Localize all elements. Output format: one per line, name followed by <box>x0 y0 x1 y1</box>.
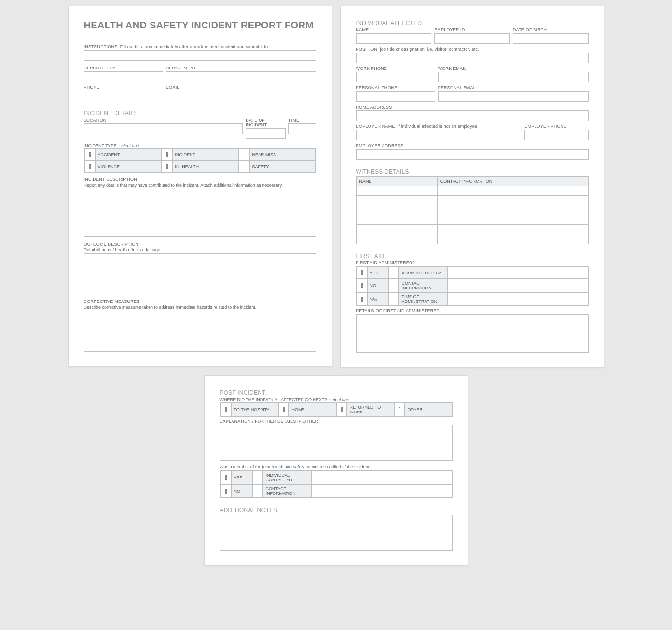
location-input[interactable] <box>84 123 243 134</box>
reported-by-input[interactable] <box>84 71 163 82</box>
witness-contact-cell[interactable] <box>437 186 588 196</box>
email-input[interactable] <box>166 91 316 101</box>
witness-row <box>356 234 588 244</box>
opt-safety: SAFETY <box>249 161 316 173</box>
workphone-input[interactable] <box>356 72 435 82</box>
ind-empid-label: EMPLOYEE ID <box>434 27 510 32</box>
outcome-label: OUTCOME DESCRIPTION <box>84 242 316 247</box>
committee-question: Was a member of the joint health and saf… <box>220 465 453 469</box>
where-hosp-check[interactable] <box>220 403 231 416</box>
fa-details-label: DETAILS OF FIRST AID ADMINISTERED <box>356 308 589 313</box>
witness-contact-cell[interactable] <box>437 196 588 205</box>
witness-name-cell[interactable] <box>356 234 437 244</box>
incident-desc-sub: Report any details that may have contrib… <box>84 183 316 188</box>
fa-na-check[interactable] <box>357 292 367 306</box>
form-title: HEALTH AND SAFETY INCIDENT REPORT FORM <box>84 20 316 31</box>
fa-no: NO <box>367 279 388 292</box>
ind-name-label: NAME <box>356 27 432 32</box>
individual-heading: INDIVIDUAL AFFECTED <box>356 20 589 27</box>
witness-contact-cell[interactable] <box>437 225 588 234</box>
phone-input[interactable] <box>84 91 163 101</box>
where-home: HOME <box>289 403 336 416</box>
persemail-label: PERSONAL EMAIL <box>438 85 589 90</box>
fa-contact-input[interactable] <box>448 279 588 292</box>
witness-name-cell[interactable] <box>356 205 437 215</box>
comm-yes-check[interactable] <box>220 471 231 484</box>
fa-time-input[interactable] <box>448 293 588 305</box>
empaddr-input[interactable] <box>356 149 589 160</box>
empname-input[interactable] <box>356 130 522 140</box>
witness-name-cell[interactable] <box>356 215 437 225</box>
where-other: OTHER <box>405 403 452 416</box>
position-label: POSITION job title or designation, i.e. … <box>356 47 589 52</box>
workemail-input[interactable] <box>438 72 589 82</box>
opt-violence: VIOLENCE <box>95 161 162 173</box>
where-other-check[interactable] <box>394 403 405 416</box>
date-input[interactable] <box>246 128 285 139</box>
incident-desc-label: INCIDENT DESCRIPTION <box>84 177 316 182</box>
post-where-label: WHERE DID THE INDIVIDUAL AFFECTED GO NEX… <box>220 397 327 402</box>
firstaid-grid: YES ADMINISTERED BY NO CONTACT INFORMATI… <box>356 266 589 306</box>
department-input[interactable] <box>166 71 316 82</box>
outcome-textarea[interactable] <box>84 253 316 294</box>
ind-name-input[interactable] <box>356 33 432 44</box>
persemail-input[interactable] <box>438 91 589 102</box>
check-illhealth[interactable] <box>162 161 172 173</box>
check-accident[interactable] <box>84 149 95 161</box>
fa-details-textarea[interactable] <box>356 314 589 353</box>
witness-contact-cell[interactable] <box>437 215 588 225</box>
comm-no-check[interactable] <box>220 484 231 498</box>
outcome-sub: Detail all harm / health effects / damag… <box>84 247 316 252</box>
witness-name-cell[interactable] <box>356 186 437 196</box>
position-input[interactable] <box>356 53 589 63</box>
notes-heading: ADDITIONAL NOTES <box>220 507 453 514</box>
incident-desc-textarea[interactable] <box>84 189 316 237</box>
homeaddr-input[interactable] <box>356 110 589 121</box>
witness-col-contact: CONTACT INFORMATION <box>437 177 588 186</box>
notes-textarea[interactable] <box>220 515 453 551</box>
empphone-input[interactable] <box>524 130 588 140</box>
ind-empid-input[interactable] <box>434 33 510 44</box>
witness-contact-cell[interactable] <box>437 205 588 215</box>
ind-dob-input[interactable] <box>513 33 589 44</box>
time-input[interactable] <box>288 123 316 134</box>
persphone-label: PERSONAL PHONE <box>356 85 435 90</box>
check-violence[interactable] <box>84 161 95 173</box>
witness-contact-cell[interactable] <box>437 234 588 244</box>
page-3: POST INCIDENT WHERE DID THE INDIVIDUAL A… <box>204 375 468 566</box>
comm-individual-label: INDIVIDUAL CONTACTED <box>263 471 311 484</box>
post-where-hint: select one <box>329 397 349 402</box>
firstaid-question: FIRST AID ADMINISTERED? <box>356 260 589 265</box>
fa-yes-check[interactable] <box>357 267 367 279</box>
incident-type-label: INCIDENT TYPE <box>84 143 117 148</box>
page-1: HEALTH AND SAFETY INCIDENT REPORT FORM I… <box>68 6 332 367</box>
fa-adminby-input[interactable] <box>448 267 588 278</box>
check-safety[interactable] <box>239 161 249 173</box>
comm-contact-input[interactable] <box>312 485 452 497</box>
check-nearmiss[interactable] <box>239 149 249 161</box>
corrective-textarea[interactable] <box>84 311 316 352</box>
post-explanation-textarea[interactable] <box>220 425 453 461</box>
fa-no-check[interactable] <box>357 279 367 292</box>
homeaddr-label: HOME ADDRESS <box>356 105 589 110</box>
date-label: DATE OF INCIDENT <box>246 118 285 127</box>
instructions-field[interactable] <box>84 50 316 61</box>
instructions-label: INSTRUCTIONS Fill out this form immediat… <box>84 44 316 49</box>
comm-no: NO <box>231 484 252 498</box>
email-label: EMAIL <box>166 85 316 90</box>
check-incident[interactable] <box>162 149 172 161</box>
comm-individual-input[interactable] <box>312 471 452 484</box>
persphone-input[interactable] <box>356 91 435 102</box>
witness-name-cell[interactable] <box>356 196 437 205</box>
where-hosp: TO THE HOSPITAL <box>231 403 278 416</box>
empname-label: EMPLOYER NAME if individual affected is … <box>356 124 522 129</box>
where-work-check[interactable] <box>336 403 347 416</box>
where-home-check[interactable] <box>278 403 289 416</box>
workemail-label: WORK EMAIL <box>438 66 589 71</box>
witness-table: NAME CONTACT INFORMATION <box>356 176 589 244</box>
witness-row <box>356 196 588 205</box>
witness-name-cell[interactable] <box>356 225 437 234</box>
post-explanation-label: EXPLANATION / FURTHER DETAILS IF OTHER <box>220 419 453 424</box>
witness-col-name: NAME <box>356 177 437 186</box>
post-where-grid: TO THE HOSPITAL HOME RETURNED TO WORK OT… <box>220 402 453 417</box>
